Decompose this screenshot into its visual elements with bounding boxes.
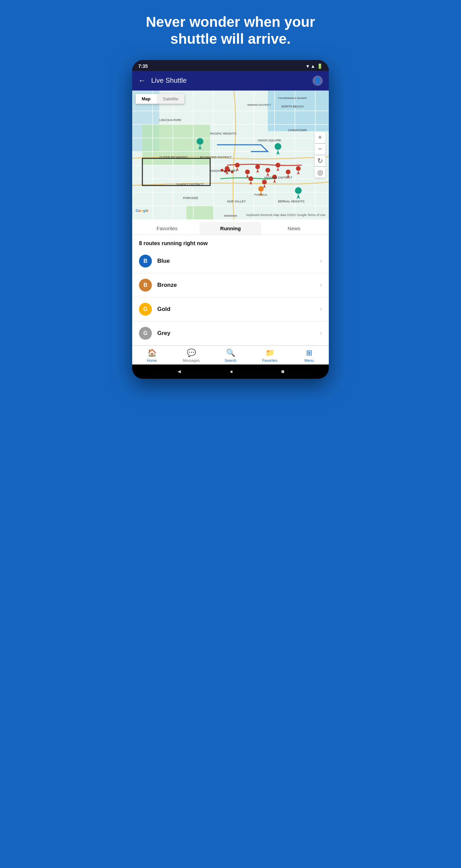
route-badge-blue: B xyxy=(139,255,152,268)
nav-search[interactable]: 🔍 Search xyxy=(211,349,250,362)
svg-point-39 xyxy=(248,176,253,181)
svg-text:HAIGHT-ASHBURY: HAIGHT-ASHBURY xyxy=(210,169,237,173)
chevron-icon-gold: › xyxy=(320,305,322,313)
zoom-in-button[interactable]: + xyxy=(315,132,325,143)
svg-point-29 xyxy=(255,164,260,169)
svg-point-31 xyxy=(265,168,270,173)
route-badge-gold: G xyxy=(139,303,152,316)
svg-text:UNION SQUARE: UNION SQUARE xyxy=(258,139,281,142)
outer-container: Never wonder when your shuttle will arri… xyxy=(115,0,346,434)
map-container[interactable]: Map Satellite xyxy=(132,91,329,219)
svg-text:MARINA DISTRICT: MARINA DISTRICT xyxy=(247,103,271,106)
battery-icon: 🔋 xyxy=(317,63,323,69)
headline: Never wonder when your shuttle will arri… xyxy=(115,14,346,48)
chevron-icon-bronze: › xyxy=(320,281,322,289)
svg-point-51 xyxy=(197,138,203,145)
nav-home[interactable]: 🏠 Home xyxy=(132,349,172,362)
svg-text:PACIFIC HEIGHTS: PACIFIC HEIGHTS xyxy=(210,132,236,135)
svg-point-55 xyxy=(295,187,302,194)
map-svg: LINCOLN PARK PACIFIC HEIGHTS OUTER RICHM… xyxy=(132,91,329,219)
route-item-gold[interactable]: G Gold › xyxy=(132,297,329,321)
nav-menu[interactable]: ⊞ Menu xyxy=(289,349,329,362)
menu-icon: ⊞ xyxy=(306,349,312,357)
android-nav: ◄ ● ■ xyxy=(132,364,329,379)
app-title: Live Shuttle xyxy=(151,77,313,84)
location-button[interactable]: ◎ xyxy=(315,167,325,178)
scroll-indicator xyxy=(224,215,237,217)
map-tab-map[interactable]: Map xyxy=(136,94,157,104)
favorites-icon: 📁 xyxy=(265,349,275,357)
route-badge-bronze: B xyxy=(139,279,152,292)
svg-text:PARKSIDE: PARKSIDE xyxy=(183,196,198,200)
route-name-bronze: Bronze xyxy=(157,282,320,289)
signal-icon: ▲ xyxy=(310,63,315,69)
route-tabs: Favorites Running News xyxy=(132,219,329,235)
android-recent-button[interactable]: ■ xyxy=(281,369,285,375)
route-name-gold: Gold xyxy=(157,306,320,313)
svg-rect-4 xyxy=(186,206,214,219)
status-bar: 7:35 ▾ ▲ 🔋 xyxy=(132,60,329,71)
refresh-button[interactable]: ↻ xyxy=(315,155,325,166)
svg-text:MISSION DISTRICT: MISSION DISTRICT xyxy=(264,176,293,179)
route-badge-grey: G xyxy=(139,327,152,340)
tab-news[interactable]: News xyxy=(263,222,325,235)
profile-icon: 👤 xyxy=(314,77,321,84)
app-header: ← Live Shuttle 👤 xyxy=(132,71,329,91)
svg-text:BERNAL HEIGHTS: BERNAL HEIGHTS xyxy=(278,200,304,203)
route-list: B Blue › B Bronze › G Gold › xyxy=(132,249,329,346)
tab-favorites[interactable]: Favorites xyxy=(136,222,198,235)
chevron-icon-grey: › xyxy=(320,330,322,337)
nav-favorites[interactable]: 📁 Favorites xyxy=(250,349,289,362)
nav-messages[interactable]: 💬 Messages xyxy=(172,349,211,362)
svg-text:PORTOLA: PORTOLA xyxy=(254,193,267,196)
svg-text:LINCOLN PARK: LINCOLN PARK xyxy=(159,118,181,122)
map-attribution: Keyboard shortcuts Map data ©2022 Google… xyxy=(246,213,325,217)
home-icon: 🏠 xyxy=(147,349,157,357)
android-back-button[interactable]: ◄ xyxy=(177,369,182,375)
svg-point-37 xyxy=(296,166,301,171)
route-name-blue: Blue xyxy=(157,258,320,264)
chevron-icon-blue: › xyxy=(320,257,322,264)
zoom-out-button[interactable]: − xyxy=(315,144,325,155)
tab-running[interactable]: Running xyxy=(200,222,261,235)
nav-search-label: Search xyxy=(225,358,237,362)
phone-frame: 7:35 ▾ ▲ 🔋 ← Live Shuttle 👤 Map Satellit… xyxy=(132,60,329,379)
route-name-grey: Grey xyxy=(157,330,320,337)
map-tab-satellite[interactable]: Satellite xyxy=(157,94,184,104)
messages-icon: 💬 xyxy=(187,349,196,357)
phone-content: Map Satellite xyxy=(132,91,329,364)
svg-point-33 xyxy=(276,163,280,167)
nav-menu-label: Menu xyxy=(304,358,314,362)
svg-text:NOE VALLEY: NOE VALLEY xyxy=(227,200,246,203)
svg-point-35 xyxy=(286,170,290,174)
search-icon: 🔍 xyxy=(226,349,235,357)
android-home-button[interactable]: ● xyxy=(230,369,233,375)
svg-point-27 xyxy=(245,170,250,174)
map-tabs: Map Satellite xyxy=(136,94,184,104)
svg-text:NORTH BEACH: NORTH BEACH xyxy=(281,105,303,108)
route-item-bronze[interactable]: B Bronze › xyxy=(132,273,329,297)
svg-text:RICHMOND DISTRICT: RICHMOND DISTRICT xyxy=(200,156,232,159)
time-display: 7:35 xyxy=(138,63,148,69)
nav-messages-label: Messages xyxy=(183,358,200,362)
google-logo: Google xyxy=(136,209,148,213)
svg-point-25 xyxy=(235,163,240,167)
routes-header: 8 routes running right now xyxy=(132,235,329,249)
map-controls: + − ↻ ◎ xyxy=(315,132,325,178)
route-item-grey[interactable]: G Grey › xyxy=(132,321,329,346)
bottom-nav: 🏠 Home 💬 Messages 🔍 Search 📁 Favorites xyxy=(132,346,329,364)
svg-point-41 xyxy=(262,180,267,184)
svg-text:CHINATOWN: CHINATOWN xyxy=(288,129,307,132)
status-icons: ▾ ▲ 🔋 xyxy=(306,63,323,69)
nav-favorites-label: Favorites xyxy=(262,358,277,362)
back-button[interactable]: ← xyxy=(138,76,146,85)
profile-button[interactable]: 👤 xyxy=(313,76,323,86)
nav-home-label: Home xyxy=(147,358,157,362)
route-item-blue[interactable]: B Blue › xyxy=(132,249,329,273)
svg-text:SUNSET DISTRICT: SUNSET DISTRICT xyxy=(176,183,204,186)
svg-point-45 xyxy=(258,186,264,192)
svg-text:OUTER RICHMOND: OUTER RICHMOND xyxy=(159,156,188,159)
svg-point-53 xyxy=(275,143,281,150)
wifi-icon: ▾ xyxy=(306,63,309,69)
bottom-sheet: Favorites Running News 8 routes running … xyxy=(132,219,329,364)
